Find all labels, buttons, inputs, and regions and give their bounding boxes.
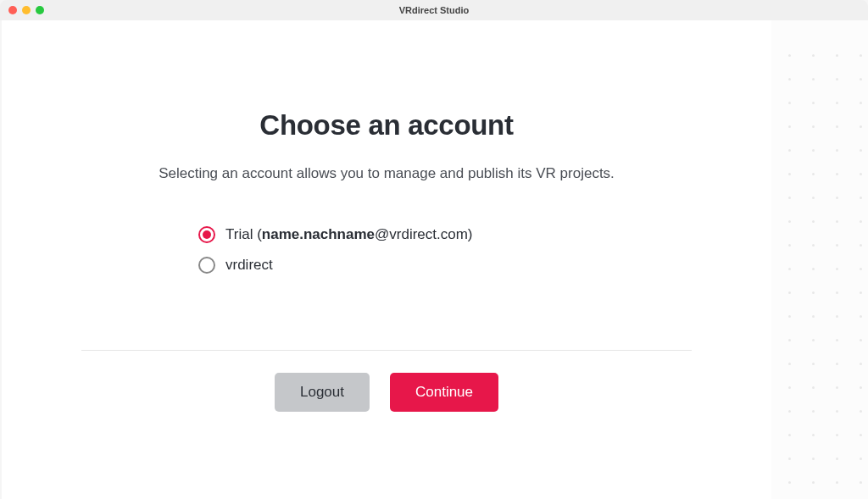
account-prefix: Trial ( (225, 226, 262, 242)
account-bold: name.nachname (262, 226, 375, 242)
account-option-vrdirect[interactable]: vrdirect (198, 257, 473, 274)
maximize-icon[interactable] (36, 6, 44, 14)
account-label: vrdirect (225, 257, 273, 274)
decorative-dot-grid (788, 54, 868, 499)
page-title: Choose an account (259, 109, 513, 141)
logout-button[interactable]: Logout (275, 373, 370, 412)
window-controls (8, 6, 44, 14)
continue-button[interactable]: Continue (390, 373, 498, 412)
side-area (771, 20, 868, 499)
divider (81, 350, 692, 351)
main-panel: Choose an account Selecting an account a… (2, 20, 771, 499)
account-label: Trial (name.nachname@vrdirect.com) (225, 226, 473, 243)
window-title: VRdirect Studio (0, 5, 868, 15)
radio-inner-icon (203, 230, 211, 239)
titlebar: VRdirect Studio (0, 0, 868, 20)
page-subtitle: Selecting an account allows you to manag… (159, 165, 615, 182)
button-row: Logout Continue (275, 373, 498, 412)
account-list: Trial (name.nachname@vrdirect.com) vrdir… (198, 226, 473, 274)
account-suffix: @vrdirect.com) (375, 226, 473, 242)
app-window: VRdirect Studio Choose an account Select… (0, 0, 868, 499)
account-option-trial[interactable]: Trial (name.nachname@vrdirect.com) (198, 226, 473, 243)
close-icon[interactable] (8, 6, 17, 14)
radio-icon (198, 257, 215, 274)
radio-icon (198, 226, 215, 243)
content-wrapper: Choose an account Selecting an account a… (0, 20, 868, 499)
minimize-icon[interactable] (22, 6, 31, 14)
